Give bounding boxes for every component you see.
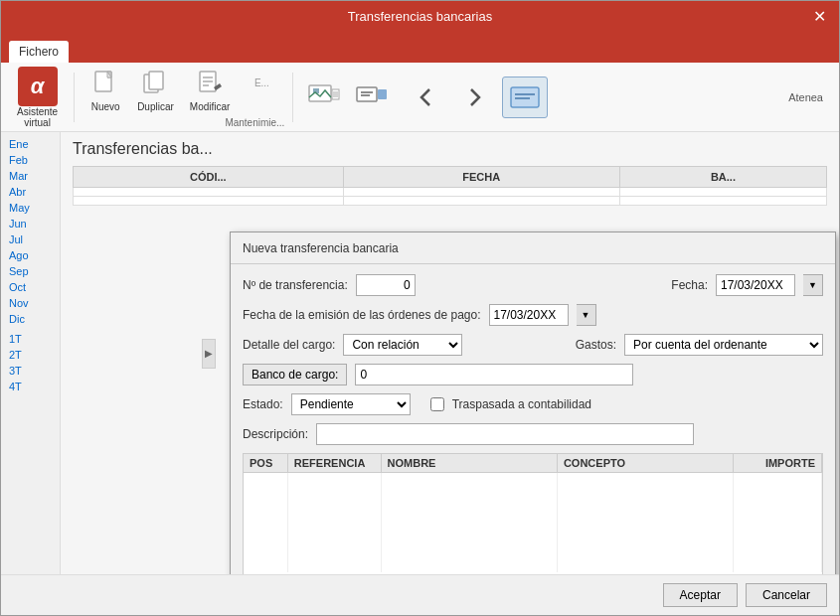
toolbar-img2-button[interactable]	[349, 77, 395, 118]
sidebar-quarter-2t[interactable]: 2T	[1, 347, 60, 363]
svg-rect-18	[378, 89, 387, 99]
sidebar-month-dic[interactable]: Dic	[1, 311, 60, 327]
fecha-label: Fecha:	[671, 278, 708, 292]
toolbar-extra-button[interactable]: E...	[239, 63, 284, 117]
dialog-title: Nueva transferencia bancaria	[243, 241, 399, 255]
sidebar-month-oct[interactable]: Oct	[1, 279, 60, 295]
sidebar-month-may[interactable]: May	[1, 200, 60, 216]
highlight-icon	[509, 81, 541, 113]
table-row	[74, 197, 827, 206]
duplicar-label: Duplicar	[137, 101, 174, 112]
col-nombre: NOMBRE	[381, 454, 557, 473]
row-estado: Estado: Pendiente Emitida Anulada Traspa…	[243, 393, 823, 415]
traspasada-checkbox[interactable]	[430, 397, 444, 411]
inner-table-row	[244, 473, 822, 493]
row-num-transferencia: Nº de transferencia: Fecha: ▼	[243, 274, 823, 296]
arrow2-icon	[459, 81, 491, 113]
toolbar-img1-button[interactable]	[301, 77, 347, 118]
modificar-icon	[194, 68, 226, 99]
fecha-input[interactable]	[716, 274, 795, 296]
col-ba: BA...	[619, 167, 826, 188]
inner-table-row	[244, 493, 822, 513]
fecha-emision-picker-button[interactable]: ▼	[577, 304, 596, 326]
banco-cargo-input[interactable]	[355, 364, 633, 385]
inner-table: POS REFERENCIA NOMBRE CONCEPTO IMPORTE	[244, 454, 822, 572]
close-button[interactable]: ✕	[807, 4, 831, 28]
toolbar-arrow2-button[interactable]	[452, 77, 498, 118]
dialog-overlay: Nueva transferencia bancaria Nº de trans…	[230, 231, 836, 574]
row-banco-cargo: Banco de cargo:	[243, 364, 823, 385]
bottom-buttons: Aceptar Cancelar	[1, 574, 839, 615]
sidebar-month-nov[interactable]: Nov	[1, 295, 60, 311]
fecha-emision-input[interactable]	[489, 304, 569, 326]
sidebar-quarter-4t[interactable]: 4T	[1, 379, 60, 394]
detalle-cargo-select[interactable]: Con relación Sin relación	[343, 334, 462, 356]
num-transferencia-input[interactable]	[356, 274, 416, 296]
main-table: CÓDI... FECHA BA...	[73, 166, 827, 206]
sidebar-month-jun[interactable]: Jun	[1, 216, 60, 231]
toolbar-modificar-button[interactable]: Modificar	[183, 63, 238, 117]
dialog-header: Nueva transferencia bancaria	[231, 232, 835, 264]
col-concepto: CONCEPTO	[557, 454, 733, 473]
toolbar-arrow1-button[interactable]	[403, 77, 448, 118]
window-title: Transferencias bancarias	[33, 9, 807, 24]
row-fecha-emision: Fecha de la emisión de las órdenes de pa…	[243, 304, 823, 326]
toolbar-duplicar-button[interactable]: Duplicar	[130, 63, 181, 117]
menu-fichero[interactable]: Fichero	[9, 41, 69, 63]
toolbar-highlight-button[interactable]	[502, 77, 548, 118]
sidebar-month-jul[interactable]: Jul	[1, 231, 60, 247]
modificar-label: Modificar	[190, 101, 231, 112]
inner-table-row	[244, 552, 822, 572]
nuevo-icon	[89, 68, 121, 99]
sidebar-month-feb[interactable]: Feb	[1, 152, 60, 168]
traspasada-label: Traspasada a contabilidad	[452, 397, 591, 411]
banco-cargo-button[interactable]: Banco de cargo:	[243, 364, 347, 385]
col-fecha: FECHA	[343, 167, 619, 188]
sidebar-quarter-3t[interactable]: 3T	[1, 363, 60, 379]
sidebar-month-ene[interactable]: Ene	[1, 136, 60, 152]
num-transferencia-label: Nº de transferencia:	[243, 278, 348, 292]
sidebar-month-sep[interactable]: Sep	[1, 263, 60, 279]
dialog-body: Nº de transferencia: Fecha: ▼ Fecha de l…	[231, 264, 835, 574]
img1-icon	[308, 81, 340, 113]
col-codigo: CÓDI...	[74, 167, 344, 188]
sidebar-month-ago[interactable]: Ago	[1, 247, 60, 263]
inner-table-wrapper: POS REFERENCIA NOMBRE CONCEPTO IMPORTE	[243, 453, 823, 574]
gastos-select[interactable]: Por cuenta del ordenante Por cuenta del …	[624, 334, 823, 356]
collapse-arrow[interactable]: ▶	[202, 339, 216, 369]
col-referencia: REFERENCIA	[287, 454, 381, 473]
descripcion-input[interactable]	[316, 423, 694, 445]
toolbar-nuevo-button[interactable]: Nuevo	[83, 63, 128, 117]
asistente-label: Asistentevirtual	[17, 106, 58, 128]
descripcion-label: Descripción:	[243, 427, 308, 441]
estado-select[interactable]: Pendiente Emitida Anulada	[291, 393, 411, 415]
sidebar-quarter-1t[interactable]: 1T	[1, 331, 60, 347]
col-importe: IMPORTE	[734, 454, 822, 473]
row-detalle-cargo: Detalle del cargo: Con relación Sin rela…	[243, 334, 823, 356]
mantenimiento-label: Mantenimie...	[225, 117, 284, 132]
toolbar: α Asistentevirtual Nuevo Duplicar	[1, 63, 839, 132]
inner-table-row	[244, 513, 822, 533]
title-bar: Transferencias bancarias ✕	[1, 1, 839, 31]
svg-rect-15	[357, 87, 377, 101]
aceptar-button[interactable]: Aceptar	[663, 583, 738, 607]
asistente-button[interactable]: α Asistentevirtual	[9, 63, 66, 132]
asistente-icon: α	[18, 67, 58, 106]
table-row	[74, 188, 827, 197]
nuevo-label: Nuevo	[91, 101, 120, 112]
page-header: Transferencias ba...	[61, 132, 839, 166]
sidebar-month-mar[interactable]: Mar	[1, 168, 60, 184]
cancelar-button[interactable]: Cancelar	[746, 583, 827, 607]
img2-icon	[356, 81, 388, 113]
sidebar-month-abr[interactable]: Abr	[1, 184, 60, 200]
page-title: Transferencias ba...	[73, 140, 213, 157]
fecha-picker-button[interactable]: ▼	[803, 274, 823, 296]
atenea-label: Atenea	[788, 91, 831, 103]
gastos-label: Gastos:	[576, 338, 616, 352]
arrow1-icon	[410, 81, 441, 113]
toolbar-divider-2	[292, 73, 293, 122]
toolbar-divider-1	[74, 73, 75, 122]
row-descripcion: Descripción:	[243, 423, 823, 445]
extra-icon: E...	[246, 68, 277, 99]
fecha-emision-label: Fecha de la emisión de las órdenes de pa…	[243, 308, 481, 322]
